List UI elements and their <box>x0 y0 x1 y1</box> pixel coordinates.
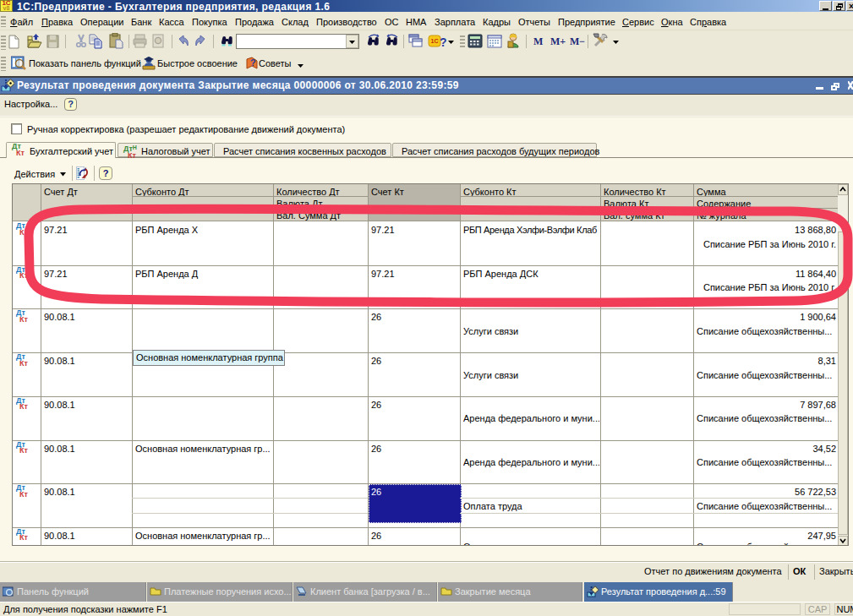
svg-text:1С: 1С <box>431 38 439 44</box>
svg-text:?: ? <box>250 57 256 68</box>
svg-text:?: ? <box>440 35 447 48</box>
